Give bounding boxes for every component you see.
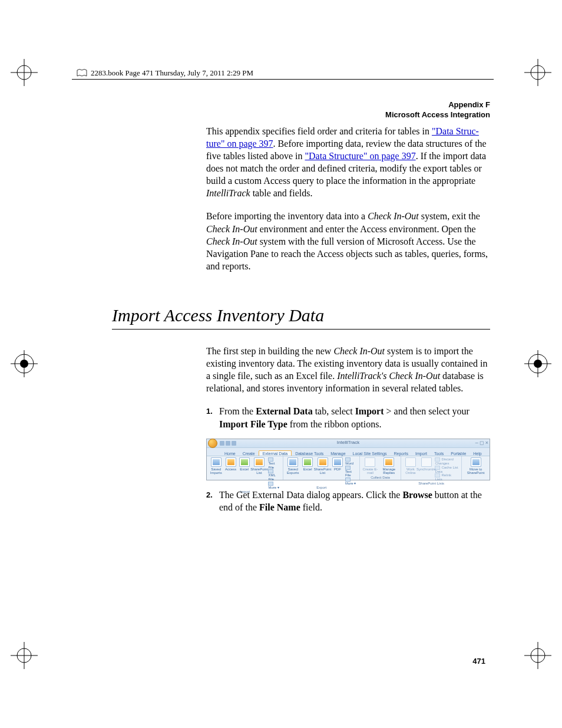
btn-export-sharepoint[interactable]: SharePoint List (315, 457, 330, 475)
book-icon (77, 69, 87, 77)
intro-paragraph-1: This appendix specifies field order and … (206, 125, 490, 200)
btn-import-sharepoint[interactable]: SharePoint List (252, 457, 267, 475)
ribbon-group-move-label (464, 479, 487, 480)
ribbon-titlebar: IntelliTrack – ◻ × (207, 439, 490, 448)
export-more-list[interactable]: Word Text File More ▾ (345, 457, 357, 486)
btn-saved-exports[interactable]: Saved Exports (286, 457, 300, 475)
header-rule (72, 79, 494, 80)
link-data-structure-1a[interactable]: "Data Struc- (432, 126, 479, 136)
section-title-rule (112, 329, 490, 330)
tab-home[interactable]: Home (221, 451, 239, 456)
tab-external-data[interactable]: External Data (259, 450, 292, 456)
window-title: IntelliTrack (207, 440, 490, 445)
ribbon-group-splists: Work Online Synchronize Discard Changes … (401, 456, 462, 480)
btn-manage-replies[interactable]: Manage Replies (380, 457, 398, 475)
step-1: 1. From the External Data tab, select Im… (206, 405, 490, 430)
tab-help[interactable]: Help (470, 451, 485, 456)
step-2: 2. The Get External Data dialog appears.… (206, 489, 490, 513)
btn-move-to-sharepoint[interactable]: Move to SharePoint (464, 457, 487, 475)
tab-create[interactable]: Create (239, 451, 259, 456)
tab-reports[interactable]: Reports (391, 451, 412, 456)
ribbon-group-splists-label: SharePoint Lists (404, 482, 459, 486)
crop-mark-bottom-left (11, 642, 38, 669)
ribbon-screenshot: IntelliTrack – ◻ × Home Create External … (206, 439, 490, 480)
tab-portable[interactable]: Portable (447, 451, 470, 456)
btn-import-excel[interactable]: Excel (239, 457, 250, 471)
ribbon-group-export: Saved Exports Excel SharePoint List PDF … (283, 456, 360, 480)
intro-paragraph-2: Before importing the inventory data into… (206, 210, 490, 272)
ribbon-tabs: Home Create External Data Database Tools… (207, 448, 490, 456)
crop-mark-mid-left (11, 350, 38, 377)
tab-import[interactable]: Import (412, 451, 431, 456)
ribbon-group-collect: Create E-mail Manage Replies Collect Dat… (360, 456, 401, 480)
ribbon-group-collect-label: Collect Data (362, 476, 398, 480)
tab-manage[interactable]: Manage (327, 451, 349, 456)
step-2-number: 2. (206, 489, 219, 513)
section-title: Import Access Inventory Data (112, 305, 490, 325)
btn-export-pdf[interactable]: PDF (332, 457, 343, 471)
tab-database-tools[interactable]: Database Tools (292, 451, 327, 456)
crop-mark-top-left (11, 59, 38, 86)
section-intro: The first step in building the new Check… (206, 345, 490, 394)
btn-import-access[interactable]: Access (225, 457, 237, 471)
btn-work-online[interactable]: Work Online (404, 457, 418, 475)
ribbon-body: Saved Imports Access Excel SharePoint Li… (207, 456, 490, 480)
btn-create-email[interactable]: Create E-mail (362, 457, 378, 475)
import-more-list[interactable]: Text File XML File More ▾ (268, 457, 280, 490)
appendix-line1: Appendix F (112, 100, 490, 110)
btn-export-excel[interactable]: Excel (302, 457, 313, 471)
ribbon-group-move: Move to SharePoint (462, 456, 490, 480)
running-header: 2283.book Page 471 Thursday, July 7, 201… (77, 68, 253, 78)
splists-more[interactable]: Discard Changes Cache List Data Relink L… (435, 457, 459, 482)
crop-mark-mid-right (524, 350, 551, 377)
appendix-header: Appendix F Microsoft Access Integration (112, 100, 490, 120)
crop-mark-bottom-right (524, 642, 551, 669)
ribbon-group-import: Saved Imports Access Excel SharePoint Li… (207, 456, 283, 480)
window-controls[interactable]: – ◻ × (475, 440, 488, 446)
appendix-line2: Microsoft Access Integration (112, 110, 490, 120)
link-data-structure-1b[interactable]: ture" on page 397 (206, 139, 273, 149)
tab-local-site-settings[interactable]: Local Site Settings (349, 451, 391, 456)
tab-tools[interactable]: Tools (431, 451, 447, 456)
step-1-number: 1. (206, 405, 219, 430)
btn-saved-imports[interactable]: Saved Imports (209, 457, 223, 475)
page-number: 471 (472, 657, 485, 666)
running-header-text: 2283.book Page 471 Thursday, July 7, 201… (91, 68, 253, 78)
btn-synchronize[interactable]: Synchronize (419, 457, 434, 471)
link-data-structure-2[interactable]: "Data Structure" on page 397 (305, 151, 416, 161)
crop-mark-top-right (524, 59, 551, 86)
